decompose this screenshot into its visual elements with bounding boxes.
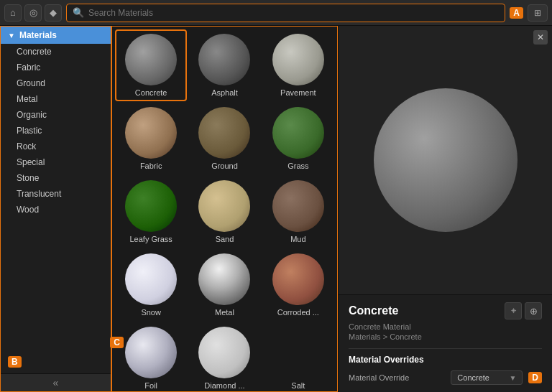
material-cell-fabric[interactable]: Fabric [115, 103, 187, 174]
material-cell-mud[interactable]: Mud [262, 176, 334, 248]
sidebar-item-plastic[interactable]: Plastic [1, 123, 111, 139]
overrides-title: Material Overrides [349, 355, 542, 365]
sidebar-item-translucent[interactable]: Translucent [1, 186, 111, 202]
material-sphere-pavement [272, 34, 324, 85]
material-label-pavement: Pavement [280, 88, 316, 97]
material-cell-grass[interactable]: Grass [262, 103, 334, 174]
material-label-diamond: Diamond ... [204, 381, 244, 390]
sidebar-item-label: Rock [17, 141, 36, 151]
bookmark-icon-btn[interactable]: ⌖ [505, 302, 522, 319]
material-sphere-mud [272, 180, 324, 232]
diamond-icon-btn[interactable]: ◆ [45, 4, 62, 22]
top-bar: ⌂ ◎ ◆ 🔍 A ⊞ [0, 0, 552, 26]
override-select-value: Concrete [457, 373, 505, 382]
material-label-metal: Metal [215, 308, 234, 317]
material-label-ground: Ground [211, 162, 238, 170]
preview-title: Concrete [349, 304, 398, 317]
material-cell-snow[interactable]: Snow [115, 249, 187, 321]
material-cell-leafy-grass[interactable]: Leafy Grass [115, 176, 187, 248]
material-cell-salt[interactable]: Salt [262, 322, 334, 392]
grid-view-btn[interactable]: ⊞ [528, 4, 548, 22]
sidebar-item-label: Stone [17, 173, 39, 183]
label-d: D [528, 372, 542, 383]
material-sphere-corroded [272, 253, 324, 305]
material-label-foil: Foil [144, 381, 157, 390]
material-cell-asphalt[interactable]: Asphalt [188, 29, 260, 101]
material-sphere-grass [272, 107, 324, 159]
main-layout: ▼ Materials Concrete Fabric Ground Metal… [0, 26, 552, 392]
material-label-snow: Snow [141, 308, 161, 317]
override-label: Material Override [349, 373, 445, 382]
material-label-leafy-grass: Leafy Grass [130, 235, 172, 243]
material-label-fabric: Fabric [140, 162, 162, 170]
material-label-concrete: Concrete [135, 88, 167, 97]
sidebar-item-label: Metal [17, 94, 37, 104]
material-cell-foil[interactable]: Foil [115, 322, 187, 392]
top-bar-right: ⊞ [528, 4, 548, 22]
material-sphere-foil [125, 327, 177, 378]
sidebar-item-rock[interactable]: Rock [1, 139, 111, 154]
preview-icon-buttons: ⌖ ⊕ [505, 302, 542, 319]
material-sphere-fabric [125, 107, 177, 159]
preview-info-header: Concrete ⌖ ⊕ [349, 302, 542, 319]
sidebar-item-label: Organic [17, 110, 47, 120]
material-sphere-ground [198, 107, 250, 159]
sidebar-item-label: Fabric [17, 62, 40, 73]
sidebar-item-wood[interactable]: Wood [1, 202, 111, 218]
material-cell-pavement[interactable]: Pavement [262, 29, 334, 101]
search-input[interactable] [88, 8, 499, 18]
material-cell-diamond[interactable]: Diamond ... [188, 322, 260, 392]
material-cell-sand[interactable]: Sand [188, 176, 260, 248]
overrides-section: Material Overrides Material Override Con… [349, 348, 542, 385]
preview-subtitle: Concrete Material [349, 322, 542, 331]
material-cell-ground[interactable]: Ground [188, 103, 260, 174]
material-label-sand: Sand [216, 235, 234, 243]
material-sphere-leafy-grass [125, 180, 177, 232]
sidebar-item-concrete[interactable]: Concrete [1, 44, 111, 60]
material-label-grass: Grass [288, 162, 308, 170]
material-sphere-sand [198, 180, 250, 232]
material-sphere-snow [125, 253, 177, 305]
sidebar-header[interactable]: ▼ Materials [1, 27, 111, 44]
chevron-down-icon: ▼ [509, 374, 516, 382]
preview-sphere [374, 88, 518, 232]
sidebar-item-organic[interactable]: Organic [1, 107, 111, 123]
material-label-asphalt: Asphalt [211, 88, 238, 97]
sidebar-item-label: Concrete [17, 47, 52, 57]
close-preview-button[interactable]: ✕ [533, 30, 548, 45]
override-row: Material Override Concrete ▼ D [349, 370, 542, 385]
sidebar-arrow-icon: ▼ [8, 32, 15, 39]
search-bar: 🔍 [66, 4, 505, 22]
preview-path: Materials > Concrete [349, 332, 542, 341]
material-label-corroded: Corroded ... [277, 308, 319, 317]
sidebar-item-label: Wood [17, 205, 39, 215]
add-icon-btn[interactable]: ⊕ [525, 302, 542, 319]
sidebar: ▼ Materials Concrete Fabric Ground Metal… [0, 26, 111, 392]
sidebar-item-fabric[interactable]: Fabric [1, 60, 111, 75]
sidebar-item-metal[interactable]: Metal [1, 91, 111, 107]
material-label-mud: Mud [290, 235, 305, 243]
preview-area: ✕ [339, 26, 552, 294]
material-cell-concrete[interactable]: Concrete [115, 29, 187, 101]
material-sphere-concrete [125, 34, 177, 85]
sidebar-item-ground[interactable]: Ground [1, 75, 111, 91]
preview-panel: ✕ Concrete ⌖ ⊕ Concrete Material Materia… [338, 26, 552, 392]
preview-info: Concrete ⌖ ⊕ Concrete Material Materials… [339, 294, 552, 392]
top-bar-icons: ⌂ ◎ ◆ [4, 4, 62, 22]
sidebar-item-label: Translucent [17, 189, 61, 199]
material-cell-corroded[interactable]: Corroded ... [262, 249, 334, 321]
sidebar-item-label: Ground [17, 78, 45, 88]
override-select[interactable]: Concrete ▼ [451, 370, 523, 385]
collapse-sidebar-button[interactable]: « [1, 373, 111, 391]
sidebar-item-stone[interactable]: Stone [1, 170, 111, 186]
material-sphere-asphalt [198, 34, 250, 85]
home-icon-btn[interactable]: ⌂ [4, 4, 22, 22]
material-grid: ConcreteAsphaltPavementFabricGroundGrass… [111, 26, 338, 392]
sidebar-item-label: Plastic [17, 126, 42, 136]
location-icon-btn[interactable]: ◎ [24, 4, 42, 22]
material-label-salt: Salt [291, 381, 305, 390]
sidebar-item-special[interactable]: Special [1, 154, 111, 170]
material-cell-metal[interactable]: Metal [188, 249, 260, 321]
material-sphere-metal [198, 253, 250, 305]
search-icon: 🔍 [73, 7, 84, 18]
